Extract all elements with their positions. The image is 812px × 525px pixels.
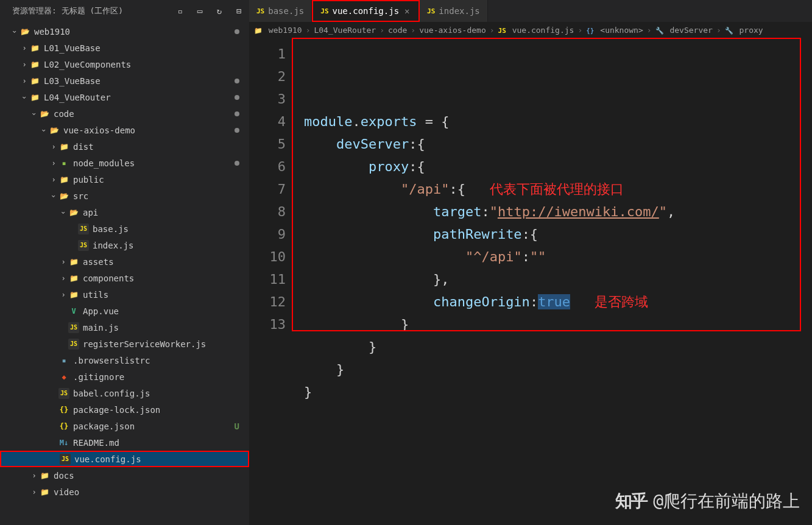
folder-open-icon: 📂: [68, 207, 79, 218]
line-number: 13: [249, 313, 286, 336]
tree-label: L01_VueBase: [44, 43, 101, 53]
breadcrumb-item[interactable]: vue-axios-demo: [419, 26, 486, 35]
tree-item-utils[interactable]: ›📁utils: [0, 286, 249, 303]
chevron-icon: ›: [50, 143, 57, 151]
chevron-right-icon: ›: [411, 26, 415, 35]
tree-label: components: [83, 273, 134, 283]
tree-item--gitignore[interactable]: ◆.gitignore: [0, 368, 249, 385]
code-content[interactable]: module.exports = { devServer:{ proxy:{ "…: [298, 38, 812, 525]
chevron-icon: ›: [40, 127, 48, 134]
watermark-text: @爬行在前端的路上: [653, 490, 800, 513]
wrench-icon: 🔧: [655, 27, 664, 35]
breadcrumb-item[interactable]: {} <unknown>: [586, 26, 643, 35]
tree-item-package-json[interactable]: {}package.jsonU: [0, 418, 249, 434]
tree-item-dist[interactable]: ›📁dist: [0, 138, 249, 155]
tree-label: index.js: [93, 241, 133, 250]
tree-item-readme-md[interactable]: M↓README.md: [0, 434, 249, 451]
js-icon: JS: [78, 224, 89, 234]
tree-item-registerserviceworker-js[interactable]: JSregisterServiceWorker.js: [0, 336, 249, 352]
chevron-icon: ›: [21, 44, 28, 52]
tree-label: registerServiceWorker.js: [83, 339, 206, 349]
line-number: 6: [249, 155, 286, 178]
tree-item-node-modules[interactable]: ›▪node_modules: [0, 155, 249, 171]
tree-label: utils: [83, 290, 108, 300]
tree-item-code[interactable]: ›📂code: [0, 105, 249, 122]
folder-green-icon: ▪: [58, 158, 69, 169]
js-icon: JS: [60, 454, 71, 465]
tree-item-vue-axios-demo[interactable]: ›📂vue-axios-demo: [0, 122, 249, 138]
json-icon: {}: [58, 404, 69, 415]
tab-vue-config-js[interactable]: JSvue.config.js✕: [312, 0, 420, 22]
line-number: 10: [249, 245, 286, 268]
chevron-right-icon: ›: [306, 26, 311, 35]
new-file-icon[interactable]: ▫: [175, 5, 186, 16]
highlight-box: [292, 38, 801, 331]
breadcrumb-item[interactable]: L04_VueRouter: [314, 26, 376, 35]
folder-icon: 📁: [29, 92, 40, 103]
tree-label: code: [54, 109, 74, 119]
tree-item-vue-config-js[interactable]: JSvue.config.js: [0, 451, 249, 467]
chevron-icon: ›: [20, 94, 29, 101]
chevron-icon: ›: [21, 60, 28, 69]
wrench-icon: 🔧: [725, 27, 733, 35]
tree-item-src[interactable]: ›📂src: [0, 188, 249, 204]
breadcrumb-item[interactable]: 🔧 devServer: [655, 26, 713, 35]
tree-item-docs[interactable]: ›📁docs: [0, 467, 249, 484]
breadcrumb-item[interactable]: code: [388, 26, 407, 35]
close-icon[interactable]: ✕: [403, 6, 411, 16]
tree-item-app-vue[interactable]: VApp.vue: [0, 303, 249, 319]
chevron-icon: ›: [60, 274, 67, 283]
tab-index-js[interactable]: JSindex.js: [420, 0, 488, 22]
line-number: 9: [249, 223, 286, 245]
tree-item-public[interactable]: ›📁public: [0, 171, 249, 188]
new-folder-icon[interactable]: ▭: [194, 5, 205, 16]
chevron-right-icon: ›: [577, 26, 582, 35]
tree-item-video[interactable]: ›📁video: [0, 484, 249, 500]
tree-item-l03-vuebase[interactable]: ›📁L03_VueBase: [0, 72, 249, 89]
js-icon: JS: [256, 7, 264, 15]
tree-label: .gitignore: [73, 372, 124, 382]
breadcrumb-item[interactable]: 📁 web1910: [254, 26, 302, 35]
tree-item-main-js[interactable]: JSmain.js: [0, 319, 249, 336]
breadcrumb-item[interactable]: 🔧 proxy: [725, 26, 763, 35]
tree-item--browserslistrc[interactable]: ▪.browserslistrc: [0, 352, 249, 368]
tree-label: vue-axios-demo: [63, 125, 135, 135]
tree-item-index-js[interactable]: JSindex.js: [0, 237, 249, 253]
tree-label: docs: [54, 471, 74, 481]
explorer-title: 资源管理器: 无标题 (工作区): [12, 5, 123, 16]
tree-label: L02_VueComponents: [44, 60, 131, 69]
breadcrumb-item[interactable]: JS vue.config.js: [498, 26, 574, 35]
tree-item-base-js[interactable]: JSbase.js: [0, 220, 249, 237]
tree-item-l04-vuerouter[interactable]: ›📁L04_VueRouter: [0, 89, 249, 105]
vue-icon: V: [68, 306, 79, 317]
folder-icon: 📁: [68, 256, 79, 267]
tree-item-assets[interactable]: ›📁assets: [0, 253, 249, 270]
folder-icon: 📁: [29, 59, 40, 70]
tree-label: video: [54, 487, 79, 497]
file-icon: ▪: [58, 355, 69, 366]
editor-tabs: JSbase.jsJSvue.config.js✕JSindex.js: [249, 0, 812, 22]
explorer-sidebar: 资源管理器: 无标题 (工作区) ▫ ▭ ↻ ⊟ ›📂web1910›📁L01_…: [0, 0, 249, 525]
folder-icon: 📁: [58, 141, 69, 152]
collapse-icon[interactable]: ⊟: [233, 5, 244, 16]
folder-icon: 📁: [39, 470, 50, 481]
code-line: }: [304, 358, 812, 381]
tree-item-l02-vuecomponents[interactable]: ›📁L02_VueComponents: [0, 56, 249, 72]
tab-base-js[interactable]: JSbase.js: [249, 0, 312, 22]
line-number: 1: [249, 43, 286, 65]
tree-item-web1910[interactable]: ›📂web1910: [0, 23, 249, 40]
modified-dot-icon: [235, 79, 239, 83]
tree-label: assets: [83, 257, 114, 267]
tree-item-components[interactable]: ›📁components: [0, 270, 249, 286]
refresh-icon[interactable]: ↻: [214, 5, 225, 16]
chevron-icon: ›: [60, 291, 67, 299]
tree-item-l01-vuebase[interactable]: ›📁L01_VueBase: [0, 40, 249, 56]
tree-item-babel-config-js[interactable]: JSbabel.config.js: [0, 385, 249, 401]
chevron-right-icon: ›: [647, 26, 652, 35]
js-icon: JS: [68, 322, 79, 333]
tree-item-api[interactable]: ›📂api: [0, 204, 249, 220]
tree-item-package-lock-json[interactable]: {}package-lock.json: [0, 401, 249, 418]
modified-dot-icon: [235, 128, 239, 133]
object-icon: {}: [586, 27, 594, 35]
js-icon: JS: [320, 7, 328, 15]
